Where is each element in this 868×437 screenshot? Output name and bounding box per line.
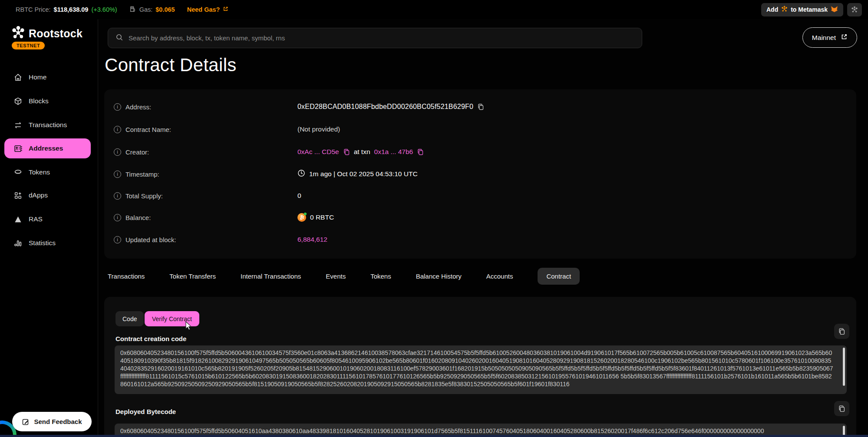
- tab-internal-transactions[interactable]: Internal Transactions: [241, 268, 301, 285]
- addresses-card-icon: [13, 144, 23, 153]
- verify-contract-button[interactable]: Verify Contract: [145, 311, 199, 326]
- creator-txn-link[interactable]: 0x1a ... 47b6: [374, 148, 413, 156]
- tab-events[interactable]: Events: [326, 268, 346, 285]
- total-supply-value: 0: [297, 192, 301, 200]
- need-gas-label: Need Gas?: [187, 6, 220, 13]
- balance-value: 0 RBTC: [310, 214, 334, 221]
- contract-details-panel: i Address: 0xED28BCAD0B1088FbdbeDD00260B…: [104, 89, 856, 259]
- rootstock-settings-button[interactable]: [847, 3, 862, 16]
- top-bar-actions: Add to Metamask: [761, 3, 862, 16]
- total-supply-row: i Total Supply: 0: [114, 190, 847, 201]
- explorer-app: RBTC Price: $118,638.09 (+3.60%) Gas: $0…: [0, 0, 868, 437]
- tab-transactions[interactable]: Transactions: [108, 268, 145, 285]
- copy-deployed-bytecode-button[interactable]: [834, 401, 849, 416]
- sidebar-item-statistics[interactable]: Statistics: [4, 233, 91, 253]
- sidebar-item-label: Addresses: [29, 145, 63, 152]
- add-metamask-prefix: Add: [766, 6, 778, 13]
- add-metamask-suffix: to Metamask: [791, 6, 828, 13]
- gas-label: Gas:: [139, 6, 153, 13]
- tab-accounts[interactable]: Accounts: [486, 268, 513, 285]
- rootstock-glyph-icon: [851, 6, 858, 13]
- info-icon: i: [114, 236, 121, 243]
- tab-token-transfers[interactable]: Token Transfers: [169, 268, 216, 285]
- info-icon: i: [114, 148, 121, 156]
- code-subtab-button[interactable]: Code: [116, 311, 144, 326]
- contract-name-row: i Contract Name: (Not provided): [114, 124, 847, 135]
- tab-contract[interactable]: Contract: [538, 268, 580, 285]
- feedback-pencil-icon: [22, 418, 30, 426]
- info-icon: i: [114, 171, 121, 178]
- copy-txn-icon[interactable]: [417, 148, 424, 155]
- sidebar-item-transactions[interactable]: Transactions: [4, 115, 91, 135]
- top-stats-left: RBTC Price: $118,638.09 (+3.60%) Gas: $0…: [16, 6, 228, 14]
- search-icon: [116, 33, 123, 43]
- contract-name-value: (Not provided): [297, 125, 340, 133]
- network-label: Mainnet: [812, 34, 836, 42]
- deployed-bytecode-label: Deployed Bytecode: [116, 408, 176, 415]
- creation-code-label: Contract creation code: [116, 335, 186, 342]
- timestamp-row: i Timestamp: 1m ago | Oct 02 2025 04:53:…: [114, 168, 847, 180]
- gas-info: Gas: $0.065: [129, 6, 175, 14]
- creator-row: i Creator: 0xAc ... CD5e at txn 0x1a ...…: [114, 146, 847, 158]
- gas-value: $0.065: [155, 6, 175, 13]
- external-link-icon: [223, 6, 228, 13]
- creator-address-link[interactable]: 0xAc ... CD5e: [297, 148, 339, 156]
- sidebar-item-ras[interactable]: RAS: [4, 209, 91, 229]
- sidebar-item-dapps[interactable]: dApps: [4, 185, 91, 205]
- external-link-icon: [841, 33, 848, 42]
- ras-triangle-icon: [13, 215, 23, 224]
- sidebar-item-label: Blocks: [29, 97, 49, 105]
- brand-name: Rootstock: [29, 27, 83, 40]
- updated-block-link[interactable]: 6,884,612: [297, 236, 327, 243]
- add-to-metamask-button[interactable]: Add to Metamask: [761, 3, 843, 16]
- copy-creator-icon[interactable]: [343, 148, 350, 155]
- updated-block-row: i Updated at block: 6,884,612: [114, 234, 847, 245]
- rootstock-logo-icon: [11, 26, 25, 41]
- sidebar-item-home[interactable]: Home: [4, 67, 91, 87]
- rbtc-price-change: (+3.60%): [91, 6, 117, 13]
- bottom-strip: [0, 435, 868, 437]
- creation-code-box[interactable]: 0x60806040523480156100f575f5ffd5b5060043…: [115, 345, 847, 394]
- address-tabs: Transactions Token Transfers Internal Tr…: [108, 268, 580, 285]
- send-feedback-button[interactable]: Send Feedback: [12, 412, 92, 431]
- rbtc-coin-icon: ₿: [297, 213, 306, 222]
- creator-at-txn-text: at txn: [354, 148, 370, 156]
- send-feedback-label: Send Feedback: [34, 418, 82, 425]
- rbtc-price: RBTC Price: $118,638.09 (+3.60%): [16, 6, 117, 13]
- sidebar-item-label: Home: [29, 73, 46, 81]
- metamask-fox-icon: [831, 6, 838, 14]
- creation-code-text: 0x60806040523480156100f575f5ffd5b5060043…: [120, 349, 833, 388]
- creation-code-scrollbar[interactable]: [843, 348, 845, 386]
- top-stats-bar: RBTC Price: $118,638.09 (+3.60%) Gas: $0…: [0, 0, 868, 19]
- timestamp-label: Timestamp:: [125, 171, 159, 178]
- info-icon: i: [114, 214, 121, 221]
- sidebar-item-label: dApps: [29, 191, 48, 199]
- search-bar: [108, 28, 642, 48]
- sidebar-item-tokens[interactable]: Tokens: [4, 162, 91, 182]
- page-title: Contract Details: [105, 55, 237, 76]
- deployed-bytecode-text: 0x60806040523480156100f575f5ffd5b5060405…: [120, 427, 764, 434]
- updated-block-label: Updated at block:: [125, 236, 176, 243]
- copy-address-icon[interactable]: [477, 103, 484, 110]
- sidebar: Rootstock TESTNET Home Blocks Transacti: [0, 19, 98, 437]
- clock-icon: [297, 169, 305, 179]
- tab-balance-history[interactable]: Balance History: [416, 268, 462, 285]
- copy-creation-code-button[interactable]: [834, 324, 849, 339]
- statistics-bars-icon: [13, 239, 23, 248]
- need-gas-link[interactable]: Need Gas?: [187, 6, 229, 13]
- sidebar-item-addresses[interactable]: Addresses: [4, 138, 91, 158]
- transactions-arrows-icon: [13, 121, 23, 130]
- network-switch-button[interactable]: Mainnet: [802, 27, 857, 48]
- sidebar-item-label: Tokens: [29, 168, 50, 176]
- brand[interactable]: Rootstock: [11, 26, 83, 41]
- sidebar-item-label: Transactions: [29, 121, 67, 129]
- tab-tokens[interactable]: Tokens: [370, 268, 391, 285]
- sidebar-item-blocks[interactable]: Blocks: [4, 91, 91, 111]
- tokens-coin-icon: [13, 168, 23, 177]
- address-value: 0xED28BCAD0B1088FbdbeDD00260BC05f521B629…: [297, 103, 473, 111]
- info-icon: i: [114, 192, 121, 200]
- sidebar-nav: Home Blocks Transactions Addresses: [0, 66, 98, 402]
- home-icon: [13, 73, 23, 82]
- info-icon: i: [114, 126, 121, 133]
- search-input[interactable]: [129, 34, 634, 42]
